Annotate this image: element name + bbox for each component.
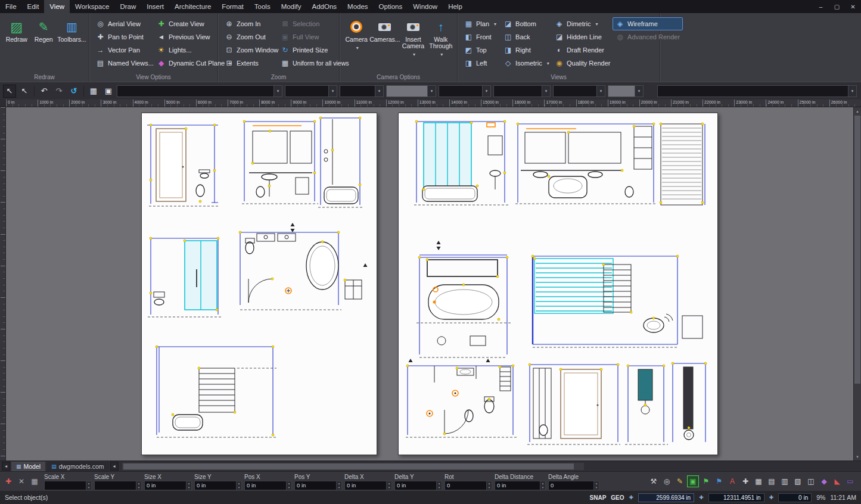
horizontal-scrollbar[interactable] xyxy=(122,463,584,470)
select-tool-icon[interactable]: ↖ xyxy=(3,85,16,98)
combo-caret-icon[interactable] xyxy=(273,86,282,97)
menu-item[interactable]: Modify xyxy=(276,0,307,13)
tab-scroll-right-icon[interactable] xyxy=(110,462,119,471)
menu-item[interactable]: Tools xyxy=(249,0,276,13)
menu-item[interactable]: AddOns xyxy=(307,0,343,13)
drawing-sheet-1[interactable] xyxy=(141,113,377,455)
property-input[interactable]: 0 in ▴▾ xyxy=(394,481,442,490)
create-view-button[interactable]: Create View xyxy=(154,17,223,30)
combo-caret-icon[interactable] xyxy=(328,86,337,97)
statusbar-tool-icon[interactable]: ▧ xyxy=(792,475,804,487)
view-back-button[interactable]: Back xyxy=(501,30,551,43)
quality-render-button[interactable]: Quality Render xyxy=(552,57,611,70)
dimstyle-combo[interactable] xyxy=(553,85,605,97)
maximize-icon[interactable]: ▢ xyxy=(829,0,845,13)
snap-toggle[interactable]: SNAP xyxy=(590,494,607,501)
statusbar-tool-icon[interactable]: A xyxy=(726,475,738,487)
undo-icon[interactable]: ↶ xyxy=(38,85,51,98)
spinner[interactable]: ▴▾ xyxy=(436,481,442,490)
hidden-line-button[interactable]: Hidden Line xyxy=(552,30,611,43)
view-plan-button[interactable]: Plan xyxy=(461,17,499,30)
printed-size-button[interactable]: Printed Size xyxy=(278,43,342,57)
pan-to-point-button[interactable]: Pan to Point xyxy=(93,30,153,43)
entity-properties-combo[interactable] xyxy=(117,85,282,97)
property-input[interactable]: ▴▾ xyxy=(44,481,92,490)
statusbar-tool-icon[interactable]: ▭ xyxy=(844,475,856,487)
table-icon[interactable]: ▦ xyxy=(87,85,100,98)
menu-item[interactable]: Insert xyxy=(141,0,169,13)
property-input[interactable]: 0 in ▴▾ xyxy=(144,481,192,490)
combo-caret-icon[interactable] xyxy=(596,86,605,97)
menu-item[interactable]: Modes xyxy=(342,0,374,13)
combo-caret-icon[interactable] xyxy=(482,86,490,97)
geo-toggle[interactable]: GEO xyxy=(611,494,624,501)
properties-tool-icon[interactable]: ✚ xyxy=(2,475,14,487)
view-front-button[interactable]: Front xyxy=(461,30,499,43)
menu-item[interactable]: Window xyxy=(408,0,443,13)
vector-pan-button[interactable]: Vector Pan xyxy=(93,43,153,57)
drawing-canvas[interactable] xyxy=(6,107,853,461)
properties-tool-icon[interactable]: ✕ xyxy=(15,475,27,487)
menu-item[interactable]: Draw xyxy=(114,0,141,13)
property-input[interactable]: 0 ▴▾ xyxy=(548,481,599,490)
color-combo[interactable] xyxy=(340,85,384,97)
wireframe-button[interactable]: Wireframe xyxy=(613,17,683,30)
redraw-button[interactable]: Redraw xyxy=(4,16,30,72)
scroll-up-icon[interactable]: ▴ xyxy=(854,107,861,115)
zoom-window-button[interactable]: Zoom Window xyxy=(222,43,276,57)
spinner[interactable]: ▴▾ xyxy=(286,481,291,490)
view-isometric-button[interactable]: Isometric xyxy=(501,57,551,70)
spinner[interactable]: ▴▾ xyxy=(336,481,341,490)
statusbar-tool-icon[interactable]: ▤ xyxy=(766,475,778,487)
coordinate-z[interactable]: 0 in xyxy=(778,493,812,502)
view-right-button[interactable]: Right xyxy=(501,43,551,57)
uniform-views-button[interactable]: Uniform for all views xyxy=(278,57,342,70)
close-icon[interactable]: ✕ xyxy=(845,0,861,13)
walk-through-button[interactable]: Walk Through xyxy=(428,16,454,72)
statusbar-tool-icon[interactable]: ◣ xyxy=(831,475,843,487)
zoom-extents-button[interactable]: Extents xyxy=(222,57,276,70)
property-input[interactable]: 0 in ▴▾ xyxy=(344,481,392,490)
refresh-icon[interactable]: ↺ xyxy=(67,85,80,98)
zoom-out-button[interactable]: Zoom Out xyxy=(222,30,276,43)
statusbar-tool-icon[interactable]: ▥ xyxy=(779,475,791,487)
view-bottom-button[interactable]: Bottom xyxy=(501,17,551,30)
cameras-button[interactable]: Cameras... xyxy=(371,16,399,72)
spinner[interactable]: ▴▾ xyxy=(186,481,191,490)
tab-model[interactable]: Model xyxy=(11,462,45,471)
spinner[interactable]: ▴▾ xyxy=(593,481,599,490)
insert-camera-button[interactable]: Insert Camera xyxy=(400,16,426,72)
draft-render-button[interactable]: Draft Render xyxy=(552,43,611,57)
menu-item[interactable]: View xyxy=(44,0,70,13)
tab-scroll-left-icon[interactable] xyxy=(2,462,10,471)
combo-caret-icon[interactable] xyxy=(542,86,550,97)
drawing-sheet-2[interactable] xyxy=(398,113,718,455)
statusbar-tool-icon[interactable]: ◎ xyxy=(661,475,673,487)
lights-button[interactable]: Lights... xyxy=(154,43,223,57)
statusbar-tool-icon[interactable]: ⚑ xyxy=(700,475,712,487)
property-input[interactable]: 0 in ▴▾ xyxy=(495,481,546,490)
property-input[interactable]: 0 in ▴▾ xyxy=(194,481,242,490)
statusbar-tool-icon[interactable]: ▦ xyxy=(753,475,764,487)
statusbar-tool-icon[interactable]: ⚑ xyxy=(713,475,725,487)
textstyle-combo[interactable] xyxy=(493,85,551,97)
toolbars-button[interactable]: Toolbars... xyxy=(58,16,86,72)
property-input[interactable]: 0 in ▴▾ xyxy=(294,481,342,490)
property-input[interactable]: ▴▾ xyxy=(94,481,142,490)
spinner[interactable]: ▴▾ xyxy=(86,481,91,490)
statusbar-tool-icon[interactable]: ◫ xyxy=(805,475,817,487)
select-alt-tool-icon[interactable]: ↖ xyxy=(18,85,31,98)
property-input[interactable]: 0 in ▴▾ xyxy=(244,481,292,490)
menu-item[interactable]: Architecture xyxy=(169,0,216,13)
vertical-scrollbar[interactable]: ▴ ▾ xyxy=(853,107,861,461)
property-input[interactable]: 0 ▴▾ xyxy=(445,481,492,490)
redo-icon[interactable]: ↷ xyxy=(52,85,66,98)
aerial-view-button[interactable]: Aerial View xyxy=(93,17,153,30)
spinner[interactable]: ▴▾ xyxy=(236,481,241,490)
dynamic-cut-plane-button[interactable]: Dynamic Cut Plane xyxy=(154,57,223,70)
scroll-down-icon[interactable]: ▾ xyxy=(854,453,861,461)
properties-tool-icon[interactable]: ▦ xyxy=(29,475,41,487)
camera-button[interactable]: Camera xyxy=(343,16,369,72)
statusbar-tool-icon[interactable]: ⚒ xyxy=(648,475,660,487)
workspace-combo[interactable] xyxy=(657,85,857,97)
